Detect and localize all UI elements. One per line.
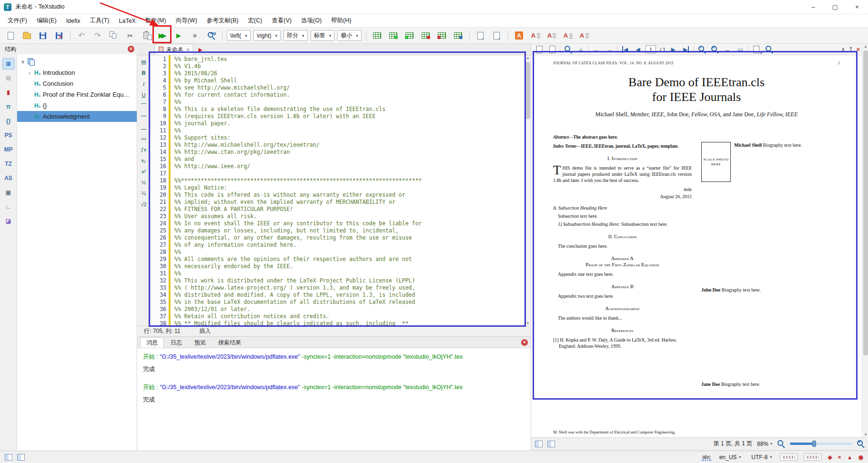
scroll-down-icon[interactable]: ▼ [525, 321, 531, 325]
menu-LaTeX[interactable]: LaTeX [114, 16, 141, 26]
build-and-view-button[interactable]: ▶▶ [156, 29, 169, 42]
expander-icon[interactable]: › [27, 70, 32, 76]
external-viewer-icon[interactable]: ↗ [751, 45, 761, 54]
pdf-scrollbar[interactable]: ▲ ▼ [862, 44, 868, 437]
last-page-icon[interactable]: ▶ [681, 45, 691, 54]
scroll-hand-tool-icon[interactable]: ↔↕ [575, 45, 586, 54]
messages-tab-日志[interactable]: 日志 [165, 337, 188, 348]
scroll-up-icon[interactable]: ▲ [525, 56, 531, 60]
minimize-button[interactable]: – [802, 0, 824, 14]
remove-row-button[interactable] [419, 29, 433, 42]
align-justify-button[interactable]: A [577, 29, 591, 42]
zoom-in-icon[interactable]: + [709, 45, 720, 54]
sync-source-icon[interactable] [535, 441, 543, 447]
status-icon-3[interactable]: ▲ [847, 454, 853, 461]
italic-icon[interactable]: I [139, 79, 149, 89]
status-icon-1[interactable]: ◈ [828, 454, 832, 461]
forward-icon[interactable]: → [604, 45, 615, 54]
tab-close-icon[interactable]: × [186, 47, 189, 52]
new-document-button[interactable] [4, 29, 17, 42]
pdf-close-icon[interactable]: × [856, 46, 860, 53]
editor-scrollbar-thumb[interactable] [525, 62, 530, 119]
cut-button[interactable]: ✂ [123, 29, 137, 42]
pdf-zoom-slider[interactable] [790, 443, 852, 445]
label-combo[interactable]: 标签▾ [311, 30, 335, 41]
magnifier-tool-icon[interactable] [563, 45, 573, 54]
underset-icon[interactable]: ⎼ [139, 123, 149, 132]
close-button[interactable]: × [846, 0, 868, 14]
pdf-scroll-down-icon[interactable]: ▼ [862, 433, 868, 437]
align-center-button[interactable]: A [545, 29, 558, 42]
fraction-icon[interactable]: ½ [139, 178, 149, 187]
language-combo[interactable]: en_US▾ [717, 453, 744, 462]
encoding-combo[interactable]: UTF-8▾ [749, 453, 774, 462]
stop-button[interactable]: ■ [188, 29, 202, 42]
menu-Idefix[interactable]: Idefix [61, 16, 85, 26]
midline-icon[interactable]: ⎻ [139, 112, 149, 121]
frame-box-icon[interactable]: ▭ [139, 134, 149, 143]
copy-format-icon[interactable]: ▤ [139, 57, 149, 67]
sqrt-icon[interactable]: √2 [139, 200, 149, 209]
menu-文件(F)[interactable]: 文件(F) [3, 15, 32, 27]
undo-button[interactable]: ↶ [75, 29, 88, 42]
copy-button[interactable] [107, 29, 121, 42]
right-delimiter-combo[interactable]: \right)▾ [253, 30, 281, 41]
first-page-icon[interactable]: ◀ [620, 45, 630, 54]
underline-icon[interactable]: U [139, 90, 149, 100]
menu-参考文献(B)[interactable]: 参考文献(B) [202, 15, 243, 27]
insert-table-button[interactable] [371, 29, 384, 42]
pdf-scrollbar-thumb[interactable] [863, 50, 868, 355]
bold-icon[interactable]: B [139, 68, 149, 78]
status-icon-2[interactable]: × [838, 454, 841, 461]
section-acknowledgment[interactable]: H₁Acknowledgment [17, 111, 137, 122]
align-left-button[interactable]: A [529, 29, 542, 42]
fontsize-combo[interactable]: 极小▾ [337, 30, 362, 41]
spellcheck-indicator[interactable]: abc [702, 454, 711, 461]
fit-width-icon[interactable]: ↔ [722, 45, 733, 54]
menu-向导(W)[interactable]: 向导(W) [171, 15, 202, 27]
pdf-zoom-icon[interactable] [777, 440, 785, 448]
status-badge-2[interactable] [804, 453, 822, 461]
sectioning-combo[interactable]: 部分▾ [283, 30, 308, 41]
remove-column-button[interactable] [435, 29, 449, 42]
previous-document-button[interactable]: ← [474, 29, 487, 42]
left-delimiter-combo[interactable]: \left(▾ [227, 30, 251, 41]
menu-查看(V)[interactable]: 查看(V) [267, 15, 296, 27]
view-log-button[interactable]: log [204, 29, 218, 42]
add-row-button[interactable] [387, 29, 400, 42]
close-document-button[interactable]: × [52, 29, 66, 42]
document-root[interactable]: ∨ [17, 56, 137, 67]
fit-window-icon[interactable]: ▭ [735, 45, 746, 54]
menu-帮助(H)[interactable]: 帮助(H) [326, 15, 356, 27]
pdf-zoom-combo[interactable]: 88%▾ [757, 441, 772, 447]
editor-scrollbar[interactable]: ▲ ▼ [524, 55, 531, 326]
next-page-icon[interactable]: ▶ [668, 45, 678, 54]
continuous-layout-icon[interactable] [547, 45, 557, 54]
overline-icon[interactable]: ⎺ [139, 101, 149, 111]
menu-工具(T)[interactable]: 工具(T) [85, 15, 114, 27]
page-number-input[interactable]: 1 [646, 45, 656, 53]
menu-宏(C)[interactable]: 宏(C) [243, 15, 267, 27]
superscript-icon[interactable]: x² [139, 167, 149, 176]
messages-tab-搜索结果[interactable]: 搜索结果 [212, 337, 247, 348]
subscript-icon[interactable]: x₂ [139, 156, 149, 165]
maximize-button[interactable]: ▢ [824, 0, 846, 14]
pdf-magnifier-icon[interactable]: + [857, 440, 865, 448]
messages-tab-消息[interactable]: 消息 [140, 337, 164, 348]
section-proof[interactable]: H₁Proof of the First Zonklar Equ... [17, 89, 137, 100]
expander-icon[interactable]: ∨ [20, 59, 26, 65]
collapse-icon[interactable]: ∧ [841, 46, 846, 53]
table-wizard-button[interactable] [452, 29, 465, 42]
section-empty[interactable]: H₁{} [17, 100, 137, 111]
menu-编辑(E)[interactable]: 编辑(E) [32, 15, 61, 27]
status-badge-1[interactable] [780, 453, 798, 461]
structure-close-icon[interactable]: × [128, 46, 134, 52]
tab-overflow-arrow-icon[interactable]: ▶ [198, 47, 202, 53]
save-button[interactable] [36, 29, 50, 42]
view-button[interactable]: ▶ [172, 29, 185, 42]
function-icon[interactable]: ƒx [139, 145, 149, 154]
next-document-button[interactable]: → [490, 29, 504, 42]
section-introduction[interactable]: ›H₁Introduction [17, 67, 137, 78]
paste-button[interactable] [140, 29, 153, 42]
pdf-scroll-up-icon[interactable]: ▲ [862, 44, 868, 49]
